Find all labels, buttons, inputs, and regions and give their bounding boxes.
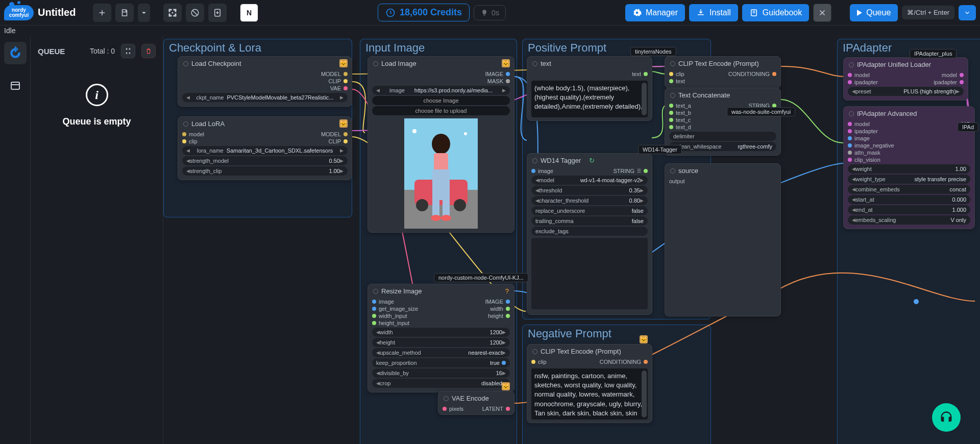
image-url-widget[interactable]: ◀imagehttps://s3.prod.nordy.ai/media...▶ xyxy=(372,86,510,95)
node-wd14-tagger[interactable]: WD14 Tagger ↻ imageSTRING☰ ◀modelwd-v1-4… xyxy=(527,153,652,315)
group-ipadapter: IPAdapter xyxy=(843,41,892,55)
wd14-replace-widget[interactable]: replace_underscorefalse xyxy=(531,206,648,215)
wd14-trailing-widget[interactable]: trailing_commafalse xyxy=(531,216,648,226)
node-load-checkpoint[interactable]: Load Checkpoint MODEL CLIP VAE ◀ckpt_nam… xyxy=(178,56,352,107)
ckpt-name-widget[interactable]: ◀ckpt_name PVCStyleModelMovable_beta27Re… xyxy=(182,93,348,102)
node-source[interactable]: source output xyxy=(665,163,781,316)
tag-ipad: IPAd xyxy=(958,122,978,132)
node-title: Text Concatenate xyxy=(665,88,780,102)
svg-point-16 xyxy=(431,215,441,221)
wd14-threshold-widget[interactable]: ◀threshold0.35▶ xyxy=(531,186,648,195)
weight-type-widget[interactable]: ◀weight_typestyle transfer precise xyxy=(848,175,970,184)
play-icon xyxy=(857,10,862,16)
width-widget[interactable]: ◀width1200▶ xyxy=(372,328,510,337)
n-icon[interactable]: N xyxy=(240,4,258,22)
embeds-scaling-widget[interactable]: ◀embeds_scalingV only xyxy=(848,215,970,225)
preset-widget[interactable]: ◀presetPLUS (high strength)▶ xyxy=(848,87,964,96)
image-preview xyxy=(368,116,514,232)
headset-icon xyxy=(939,410,953,425)
library-tab-icon[interactable] xyxy=(4,75,27,97)
node-title: Resize Image? xyxy=(368,284,514,298)
cancel-icon[interactable] xyxy=(186,4,204,22)
crop-widget[interactable]: ◀cropdisabled▶ xyxy=(372,379,510,388)
reroute-pin[interactable] xyxy=(914,299,919,304)
install-button[interactable]: Install xyxy=(689,4,738,21)
help-fab-button[interactable] xyxy=(932,403,961,432)
node-canvas[interactable]: Checkpoint & Lora Input Image Positive P… xyxy=(163,36,980,444)
delimiter-widget[interactable]: delimiter xyxy=(669,132,776,141)
height-widget[interactable]: ◀height1200▶ xyxy=(372,338,510,347)
project-title-input[interactable] xyxy=(38,7,89,18)
node-title: CLIP Text Encode (Prompt) xyxy=(527,344,652,358)
weight-widget[interactable]: ◀weight1.00 xyxy=(848,164,970,174)
guidebook-button[interactable]: Guidebook xyxy=(742,4,809,21)
queue-button[interactable]: Queue xyxy=(850,4,898,21)
node-load-lora[interactable]: Load LoRA modelMODEL clipCLIP ◀lora_name… xyxy=(178,116,352,180)
book-icon xyxy=(749,8,758,17)
svg-rect-15 xyxy=(443,199,450,216)
credits-pill[interactable]: 18,600 Credits xyxy=(378,4,470,21)
strength-clip-widget[interactable]: ◀strength_clip1.00▶ xyxy=(182,166,348,176)
node-vae-encode[interactable]: VAE Encode pixelsLATENT xyxy=(438,391,514,415)
node-clip-encode-positive[interactable]: CLIP Text Encode (Prompt) clipCONDITIONI… xyxy=(665,56,781,88)
timer-pill: 0s xyxy=(474,5,506,20)
lora-name-widget[interactable]: ◀lora_name Samaritan_3d_Cartoon_SDXL.saf… xyxy=(182,146,348,155)
node-title: source xyxy=(665,164,780,178)
svg-point-11 xyxy=(432,134,450,154)
tag-ipadapter-plus: IPAdapter_plus xyxy=(910,49,957,58)
manager-button[interactable]: Manager xyxy=(625,4,685,21)
start-at-widget[interactable]: ◀start_at0.000 xyxy=(848,195,970,204)
node-resize-image[interactable]: Resize Image? imageIMAGE get_image_sizew… xyxy=(368,284,514,392)
combine-embeds-widget[interactable]: ◀combine_embedsconcat xyxy=(848,185,970,194)
svg-point-9 xyxy=(416,199,428,211)
choose-file-button[interactable]: choose file to upload xyxy=(372,106,510,115)
choose-image-button[interactable]: choose Image xyxy=(372,96,510,105)
fit-view-button[interactable] xyxy=(163,4,182,22)
wd14-output-text[interactable] xyxy=(531,238,648,309)
save-dropdown[interactable] xyxy=(138,4,150,22)
node-ipadapter-advanced[interactable]: IPAdapter Advanced modelMO ipadapter ima… xyxy=(843,106,975,229)
node-load-image[interactable]: Load Image IMAGE MASK ◀imagehttps://s3.p… xyxy=(368,56,514,233)
status-text: Idle xyxy=(0,26,980,36)
strength-model-widget[interactable]: ◀strength_model0.50▶ xyxy=(182,156,348,165)
positive-prompt-text[interactable]: (whole body:1.5), (masterpiece),(highest… xyxy=(531,81,648,117)
keep-proportion-widget[interactable]: keep_proportiontrue xyxy=(372,358,510,367)
history-tab-icon[interactable] xyxy=(4,42,27,64)
tag-nordy-custom: nordy-custom-node-ComfyUI-KJ... xyxy=(434,273,528,282)
node-clip-encode-negative[interactable]: CLIP Text Encode (Prompt) clipCONDITIONI… xyxy=(527,344,652,423)
negative-prompt-text[interactable]: nsfw, paintings, cartoon, anime, sketche… xyxy=(531,368,648,420)
queue-dropdown[interactable] xyxy=(959,5,976,20)
add-button[interactable] xyxy=(93,4,111,22)
node-ipadapter-loader[interactable]: IPAdapter Unified Loader modelmodel ipad… xyxy=(843,57,968,101)
svg-point-19 xyxy=(464,132,467,135)
svg-rect-13 xyxy=(432,169,450,200)
group-negative: Negative Prompt xyxy=(528,327,611,340)
wd14-exclude-widget[interactable]: exclude_tags xyxy=(531,227,648,236)
tag-tinyterra: tinyterraNodes xyxy=(630,47,676,56)
svg-point-18 xyxy=(412,129,416,133)
clean-whitespace-widget[interactable]: ◀clean_whitespacergthree-comfy xyxy=(669,142,776,151)
gear-icon xyxy=(632,8,642,17)
save-button[interactable] xyxy=(115,4,134,22)
group-checkpoint: Checkpoint & Lora xyxy=(169,41,261,55)
svg-rect-5 xyxy=(11,82,19,89)
cat-badge-icon xyxy=(339,59,348,67)
node-title: Load LoRA xyxy=(178,117,352,131)
node-title: CLIP Text Encode (Prompt) xyxy=(665,57,780,70)
node-positive-text[interactable]: text text (whole body:1.5), (masterpiece… xyxy=(527,56,652,121)
divisible-widget[interactable]: ◀divisible_by16▶ xyxy=(372,368,510,378)
bulb-icon xyxy=(480,9,488,17)
wd14-char-threshold-widget[interactable]: ◀character_threshold0.80▶ xyxy=(531,196,648,205)
upscale-widget[interactable]: ◀upscale_methodnearest-exact▶ xyxy=(372,348,510,357)
download-icon[interactable] xyxy=(208,4,227,22)
close-panel-icon[interactable] xyxy=(813,4,831,22)
logo[interactable]: nordy comfyui xyxy=(4,5,34,20)
collapse-all-icon[interactable] xyxy=(121,44,135,58)
node-title: VAE Encode xyxy=(438,391,514,405)
end-at-widget[interactable]: ◀end_at1.000 xyxy=(848,205,970,214)
node-title: IPAdapter Advanced xyxy=(844,107,974,120)
wd14-model-widget[interactable]: ◀modelwd-v1-4-moat-tagger-v2▶ xyxy=(531,176,648,185)
node-text-concatenate[interactable]: Text Concatenate text_aSTRING text_b tex… xyxy=(665,88,781,156)
cat-badge-icon xyxy=(339,119,348,128)
clear-queue-icon[interactable] xyxy=(141,44,156,58)
